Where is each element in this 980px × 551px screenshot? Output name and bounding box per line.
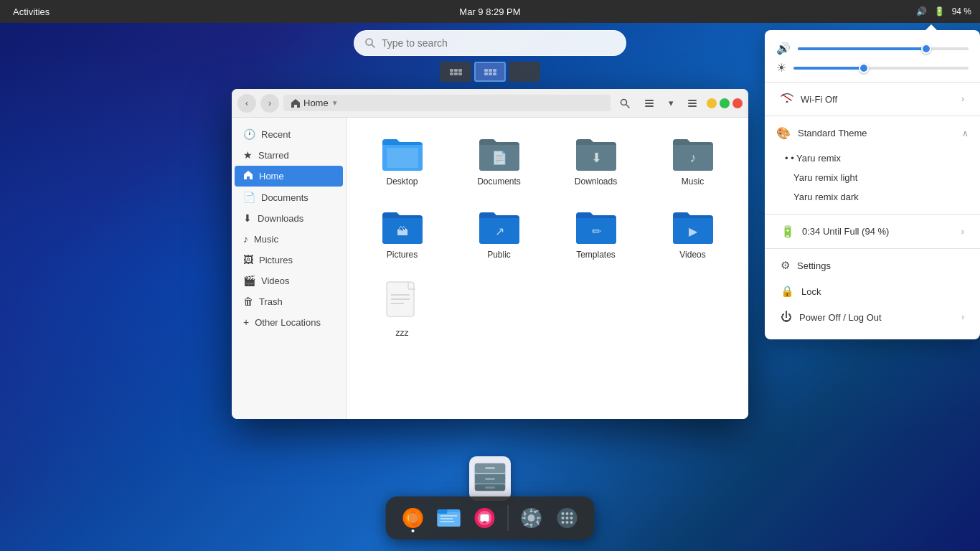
svg-rect-36 — [438, 509, 448, 514]
settings-icon: ⚙ — [781, 259, 790, 272]
cabinet-icon[interactable] — [469, 456, 511, 501]
svg-text:🏔: 🏔 — [397, 225, 408, 237]
taskbar-files[interactable] — [433, 502, 465, 534]
svg-point-49 — [570, 512, 573, 515]
power-row[interactable]: ⏻ Power Off / Log Out › — [769, 305, 976, 329]
volume-slider-thumb[interactable] — [921, 44, 931, 54]
sidebar-item-home[interactable]: Home — [235, 166, 343, 187]
theme-option-yaru-remix-light[interactable]: Yaru remix light — [765, 168, 980, 187]
videos-folder-label: Videos — [679, 250, 705, 261]
battery-label: 0:34 Until Full (94 %) — [802, 226, 889, 237]
fm-minimize-button[interactable] — [707, 98, 717, 108]
flathub-icon — [472, 505, 498, 531]
sidebar-trash-label: Trash — [259, 296, 283, 307]
svg-text:▶: ▶ — [689, 225, 698, 237]
sidebar-recent-label: Recent — [261, 129, 291, 140]
taskbar-settings[interactable] — [516, 502, 547, 534]
documents-folder-label: Documents — [477, 176, 521, 188]
sidebar-item-documents[interactable]: 📄 Documents — [235, 187, 343, 207]
fm-list-view-button[interactable] — [639, 93, 659, 113]
battery-row[interactable]: 🔋 0:34 Until Full (94 %) › — [769, 219, 976, 244]
sidebar-starred-label: Starred — [258, 150, 289, 161]
sidebar-home-label: Home — [259, 171, 284, 182]
fm-forward-button[interactable]: › — [260, 94, 279, 113]
search-bar[interactable] — [354, 30, 626, 56]
sidebar-item-trash[interactable]: 🗑 Trash — [235, 291, 343, 311]
volume-slider-track[interactable] — [798, 47, 969, 50]
file-item-templates[interactable]: ✏ Templates — [552, 202, 640, 267]
fm-maximize-button[interactable] — [720, 98, 730, 108]
brightness-slider-fill — [793, 67, 864, 70]
taskbar-appgrid[interactable] — [552, 502, 583, 534]
sidebar-pictures-label: Pictures — [259, 255, 293, 265]
workspace-thumb-1[interactable] — [440, 62, 471, 82]
public-folder-label: Public — [487, 250, 511, 261]
svg-point-47 — [562, 512, 565, 515]
zzz-file-label: zzz — [396, 328, 409, 339]
fm-address-bar[interactable]: Home ▼ — [283, 95, 611, 111]
fm-search-button[interactable] — [615, 93, 635, 113]
file-item-videos[interactable]: ▶ Videos — [649, 202, 737, 267]
svg-point-43 — [484, 521, 486, 524]
sidebar-item-music[interactable]: ♪ Music — [235, 229, 343, 249]
theme-label: Standard Theme — [798, 128, 867, 138]
fm-back-button[interactable]: ‹ — [237, 94, 256, 113]
battery-arrow-icon: › — [961, 227, 964, 237]
fm-close-button[interactable] — [732, 98, 743, 108]
file-item-desktop[interactable]: Desktop — [358, 129, 446, 194]
svg-point-45 — [528, 514, 535, 522]
theme-option-yaru-remix-dark[interactable]: Yaru remix dark — [765, 187, 980, 207]
lock-row[interactable]: 🔒 Lock — [769, 279, 976, 303]
system-tray-popup: 🔊 ☀ Wi-Fi Off › — [765, 30, 980, 339]
wifi-arrow-icon: › — [961, 94, 964, 104]
file-item-downloads[interactable]: ⬇ Downloads — [552, 129, 640, 194]
svg-point-52 — [570, 517, 573, 519]
theme-option-yaru-remix[interactable]: • Yaru remix — [765, 149, 980, 168]
file-item-music[interactable]: ♪ Music — [649, 129, 737, 194]
taskbar-firefox[interactable] — [397, 502, 429, 534]
file-item-zzz[interactable]: zzz — [358, 275, 446, 345]
settings-row[interactable]: ⚙ Settings — [769, 253, 976, 278]
volume-slider-icon: 🔊 — [776, 42, 791, 55]
svg-point-55 — [570, 521, 573, 524]
sidebar-item-other-locations[interactable]: + Other Locations — [235, 312, 343, 332]
documents-icon: 📄 — [243, 192, 255, 203]
activities-button[interactable]: Activities — [9, 5, 54, 19]
svg-rect-9 — [688, 105, 697, 107]
sidebar-item-recent[interactable]: 🕐 Recent — [235, 124, 343, 144]
fm-body: 🕐 Recent ★ Starred Home 📄 Documents — [232, 118, 748, 419]
trash-icon: 🗑 — [243, 296, 253, 307]
sidebar-item-videos[interactable]: 🎬 Videos — [235, 270, 343, 291]
volume-icon[interactable]: 🔊 — [916, 6, 927, 17]
battery-popup-icon: 🔋 — [781, 225, 795, 238]
svg-rect-8 — [688, 103, 697, 104]
sidebar-item-downloads[interactable]: ⬇ Downloads — [235, 208, 343, 228]
theme-row[interactable]: 🎨 Standard Theme ∧ — [765, 121, 980, 146]
svg-text:↗: ↗ — [494, 225, 504, 237]
file-item-pictures[interactable]: 🏔 Pictures — [358, 202, 446, 267]
file-item-public[interactable]: ↗ Public — [455, 202, 543, 267]
fm-files-grid: Desktop 📄 Documents ⬇ — [347, 118, 748, 419]
wifi-row[interactable]: Wi-Fi Off › — [769, 87, 976, 111]
search-input[interactable] — [382, 37, 616, 49]
sidebar-item-pictures[interactable]: 🖼 Pictures — [235, 250, 343, 270]
templates-folder-icon: ✏ — [575, 208, 618, 245]
fm-view-buttons: ▾ — [639, 93, 702, 113]
fm-menu-button[interactable] — [682, 93, 702, 113]
sidebar-item-starred[interactable]: ★ Starred — [235, 145, 343, 165]
workspace-thumb-3[interactable] — [509, 62, 540, 82]
fm-view-options-button[interactable]: ▾ — [661, 93, 681, 113]
sidebar-other-label: Other Locations — [255, 317, 321, 328]
brightness-slider-track[interactable] — [793, 67, 969, 70]
theme-chevron-icon: ∧ — [962, 128, 969, 138]
pictures-folder-icon: 🏔 — [381, 208, 424, 245]
file-item-documents[interactable]: 📄 Documents — [455, 129, 543, 194]
brightness-slider-row: ☀ — [765, 58, 980, 77]
pictures-folder-label: Pictures — [387, 250, 418, 261]
pictures-icon: 🖼 — [243, 254, 253, 265]
workspace-thumb-2[interactable] — [474, 62, 506, 82]
taskbar-flathub[interactable] — [469, 502, 501, 534]
brightness-slider-thumb[interactable] — [859, 63, 869, 73]
desktop-folder-icon — [381, 135, 424, 172]
popup-triangle — [925, 24, 937, 30]
